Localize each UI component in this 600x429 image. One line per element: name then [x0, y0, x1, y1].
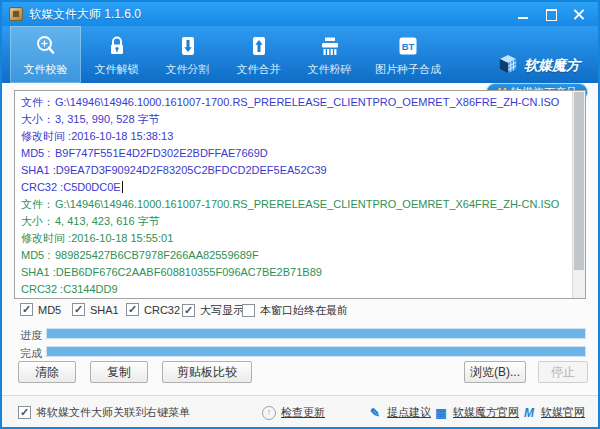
toolbar-item-file-verify[interactable]: 文件校验 — [10, 26, 81, 83]
file-mtime-line: 修改时间 :2016-10-18 15:38:13 — [21, 128, 572, 145]
checkbox-box[interactable] — [126, 303, 139, 316]
file-size-line: 大小：3, 315, 990, 528 字节 — [21, 111, 572, 128]
minimize-icon[interactable] — [517, 8, 529, 20]
text-caret — [122, 181, 123, 193]
window-controls — [517, 8, 591, 20]
sha1-checkbox[interactable]: SHA1 — [72, 303, 119, 316]
md5-line: MD5 :989825427B6CB7978F266AA82559689F — [21, 247, 572, 264]
completed-bar-fill — [47, 347, 585, 356]
sha1-line: SHA1 :DEB6DF676C2AABF608810355F096AC7BE2… — [21, 264, 572, 281]
update-arrow-icon: ↑ — [262, 406, 276, 420]
uppercase-display-checkbox[interactable]: 大写显示 — [182, 303, 244, 318]
window-title: 软媒文件大师 1.1.6.0 — [29, 6, 141, 23]
file-result-block: 文件：G:\14946\14946.1000.161007-1700.RS_PR… — [21, 196, 572, 298]
file-result-block: 文件：G:\14946\14946.1000.161007-1700.RS_PR… — [21, 94, 572, 196]
toolbar-item-label: 文件校验 — [24, 62, 68, 77]
close-icon[interactable] — [573, 8, 585, 20]
toolbar-item-file-unlock[interactable]: 文件解锁 — [81, 26, 152, 83]
stop-button[interactable]: 停止 — [538, 361, 588, 383]
magnifier-grid-icon — [33, 33, 59, 59]
always-on-top-checkbox[interactable]: 本窗口始终在最前 — [242, 303, 348, 318]
toolbar-item-image-seed-compose[interactable]: BT 图片种子合成 — [365, 26, 451, 83]
md5-checkbox[interactable]: MD5 — [20, 303, 61, 316]
progress-label: 进度 : — [20, 328, 48, 343]
clipboard-compare-button[interactable]: 剪贴板比较 — [162, 361, 252, 383]
completed-bar-track — [46, 346, 586, 357]
checkbox-box[interactable] — [182, 304, 195, 317]
results-textarea[interactable]: 文件：G:\14946\14946.1000.161007-1700.RS_PR… — [14, 90, 586, 299]
bt-badge-icon: BT — [396, 33, 420, 59]
md5-line: MD5 :B9F747F551E4D2FD302E2BDFFAE7669D — [21, 145, 572, 162]
toolbar-item-file-merge[interactable]: 文件合并 — [223, 26, 294, 83]
completed-label: 完成 : — [20, 346, 48, 361]
file-size-line: 大小：4, 413, 423, 616 字节 — [21, 213, 572, 230]
feedback-link[interactable]: ✎ 提点建议 — [368, 405, 431, 420]
pencil-icon: ✎ — [368, 406, 382, 420]
checkbox-box[interactable] — [242, 304, 255, 317]
progress-bar-fill — [47, 329, 585, 338]
footer-bar: 将软媒文件大师关联到右键菜单 ↑ 检查更新 ✎ 提点建议 ▦ 软媒魔方官网 M … — [2, 395, 598, 427]
toolbar-item-label: 图片种子合成 — [375, 62, 441, 77]
checkbox-box[interactable] — [20, 303, 33, 316]
ruanmei-site-link[interactable]: M 软媒官网 — [522, 405, 585, 420]
cube-logo-icon — [498, 54, 518, 78]
mofang-site-link[interactable]: ▦ 软媒魔方官网 — [434, 405, 519, 420]
toolbar: 文件校验 文件解锁 文件分割 — [2, 26, 598, 83]
toolbar-item-label: 文件粉碎 — [308, 62, 352, 77]
crc32-line: CRC32 :C5D0DC0E — [21, 179, 572, 196]
sha1-line: SHA1 :D9EA7D3F90924D2F83205C2BFDCD2DEF5E… — [21, 162, 572, 179]
copy-button[interactable]: 复制 — [90, 361, 148, 383]
crc32-line: CRC32 :C3144DD9 — [21, 281, 572, 298]
app-window: 软媒文件大师 1.1.6.0 文件校验 — [0, 0, 600, 429]
toolbar-item-label: 文件分割 — [166, 62, 210, 77]
split-down-arrow-icon — [176, 33, 200, 59]
crc32-checkbox[interactable]: CRC32 — [126, 303, 180, 316]
checkbox-box[interactable] — [18, 406, 31, 419]
browse-button[interactable]: 浏览(B)... — [464, 361, 526, 383]
file-path-line: 文件：G:\14946\14946.1000.161007-1700.RS_PR… — [21, 94, 572, 111]
toolbar-item-label: 文件解锁 — [95, 62, 139, 77]
scrollbar[interactable] — [572, 91, 585, 298]
grid-cube-icon: ▦ — [434, 406, 448, 420]
file-mtime-line: 修改时间 :2016-10-18 15:55:01 — [21, 230, 572, 247]
toolbar-item-label: 文件合并 — [237, 62, 281, 77]
checkbox-box[interactable] — [72, 303, 85, 316]
toolbar-item-file-split[interactable]: 文件分割 — [152, 26, 223, 83]
toolbar-item-file-shred[interactable]: 文件粉碎 — [294, 26, 365, 83]
brand-logo-row: 软媒魔方 — [498, 54, 580, 78]
scrollbar-thumb[interactable] — [574, 92, 584, 270]
results-content: 文件：G:\14946\14946.1000.161007-1700.RS_PR… — [15, 91, 572, 298]
maximize-icon[interactable] — [545, 8, 557, 20]
brand-name: 软媒魔方 — [524, 57, 580, 75]
merge-up-arrow-icon — [247, 33, 271, 59]
app-icon — [9, 7, 23, 21]
lock-icon — [105, 33, 129, 59]
progress-bar-track — [46, 328, 586, 339]
context-menu-associate-checkbox[interactable]: 将软媒文件大师关联到右键菜单 — [18, 405, 190, 420]
ruanmei-m-icon: M — [522, 406, 536, 420]
svg-text:BT: BT — [402, 41, 415, 52]
file-path-line: 文件：G:\14946\14946.1000.161007-1700.RS_PR… — [21, 196, 572, 213]
clear-button[interactable]: 清除 — [18, 361, 76, 383]
shredder-icon — [318, 33, 342, 59]
title-bar: 软媒文件大师 1.1.6.0 — [2, 2, 598, 26]
check-updates-link[interactable]: ↑ 检查更新 — [262, 405, 325, 420]
